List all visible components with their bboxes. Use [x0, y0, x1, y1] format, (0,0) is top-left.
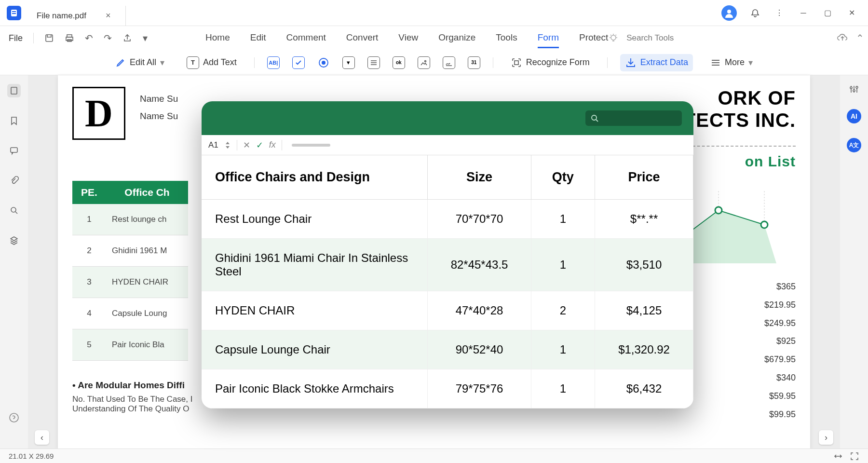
print-icon[interactable] [65, 33, 74, 43]
cell-price[interactable]: $4,125 [595, 291, 693, 330]
comment-panel-icon[interactable] [7, 144, 21, 157]
properties-icon[interactable] [849, 84, 859, 95]
help-icon[interactable] [7, 411, 21, 424]
formula-input[interactable] [292, 144, 330, 147]
date-field-icon[interactable]: 31 [468, 56, 480, 69]
button-field-icon[interactable]: ok [393, 56, 405, 69]
save-icon[interactable] [44, 33, 54, 43]
menu-item-home[interactable]: Home [205, 28, 230, 48]
cell-qty[interactable]: 1 [531, 369, 595, 409]
bell-icon[interactable] [749, 7, 761, 19]
menu-item-organize[interactable]: Organize [438, 28, 475, 48]
file-tab[interactable]: File name.pdf × [28, 6, 126, 26]
page-size: 21.01 X 29.69 [9, 452, 54, 460]
kebab-menu-icon[interactable]: ⋮ [773, 7, 785, 19]
extract-data-button[interactable]: Extract Data [620, 54, 693, 71]
menu-item-edit[interactable]: Edit [250, 28, 266, 48]
cell-size[interactable]: 82*45*43.5 [428, 239, 531, 291]
cell-price[interactable]: $**.** [595, 200, 693, 239]
fx-icon[interactable]: fx [269, 140, 276, 150]
user-avatar[interactable] [721, 5, 737, 21]
undo-icon[interactable]: ↶ [85, 32, 93, 44]
cell-name[interactable]: Capsule Lounge Chair [202, 330, 428, 369]
menu-item-protect[interactable]: Protect [579, 28, 608, 48]
cell-size[interactable]: 90*52*40 [428, 330, 531, 369]
bg-header: PE. [72, 181, 106, 204]
cancel-formula-icon[interactable]: ✕ [243, 140, 250, 150]
tab-close-icon[interactable]: × [106, 11, 111, 21]
fullscreen-icon[interactable] [850, 451, 859, 461]
checkbox-field-icon[interactable] [292, 56, 305, 69]
overlay-search[interactable] [585, 110, 682, 126]
image-field-icon[interactable] [418, 56, 430, 69]
maximize-icon[interactable]: ▢ [822, 7, 833, 19]
table-row[interactable]: Pair Iconic Black Stokke Armchairs79*75*… [202, 369, 693, 409]
table-row: 2Ghidini 1961 M [72, 235, 188, 266]
add-text-button[interactable]: T Add Text [182, 54, 242, 72]
bookmark-icon[interactable] [7, 114, 21, 127]
next-page-button[interactable]: › [819, 430, 833, 445]
cell-name[interactable]: Ghidini 1961 Miami Chair In Stainless St… [202, 239, 428, 291]
cell-size[interactable]: 70*70*70 [428, 200, 531, 239]
thumbnails-icon[interactable] [7, 84, 21, 97]
table-row[interactable]: Ghidini 1961 Miami Chair In Stainless St… [202, 239, 693, 291]
stepper-icon[interactable] [224, 141, 231, 150]
overlay-header-cell[interactable]: Qty [531, 155, 595, 200]
cell-price[interactable]: $3,510 [595, 239, 693, 291]
svg-rect-15 [515, 61, 518, 65]
table-row[interactable]: Rest Lounge Chair70*70*701$**.** [202, 200, 693, 239]
overlay-header-cell[interactable]: Price [595, 155, 693, 200]
svg-rect-4 [46, 35, 53, 41]
close-window-icon[interactable]: ✕ [846, 7, 857, 19]
prev-page-button[interactable]: ‹ [35, 430, 49, 445]
redo-icon[interactable]: ↷ [104, 32, 112, 44]
overlay-header-cell[interactable]: Office Chairs and Design [202, 155, 428, 200]
edit-all-button[interactable]: Edit All ▾ [110, 54, 169, 71]
cell-qty[interactable]: 1 [531, 330, 595, 369]
listbox-field-icon[interactable] [367, 56, 380, 69]
radio-field-icon[interactable] [317, 56, 330, 69]
cell-name[interactable]: Rest Lounge Chair [202, 200, 428, 239]
cell-size[interactable]: 47*40*28 [428, 291, 531, 330]
cell-price[interactable]: $6,432 [595, 369, 693, 409]
cloud-upload-icon[interactable] [837, 32, 848, 44]
attachment-icon[interactable] [7, 174, 21, 187]
lightbulb-icon[interactable] [608, 33, 619, 43]
cell-qty[interactable]: 1 [531, 239, 595, 291]
fit-width-icon[interactable] [833, 451, 843, 461]
svg-point-31 [850, 87, 852, 89]
doc-logo: D [72, 87, 125, 140]
overlay-table: Office Chairs and DesignSizeQtyPrice Res… [202, 155, 693, 409]
dropdown-icon[interactable]: ▾ [143, 32, 148, 44]
ai-badge-icon[interactable]: AI [847, 109, 861, 123]
cell-qty[interactable]: 2 [531, 291, 595, 330]
signature-field-icon[interactable] [443, 56, 455, 69]
accept-formula-icon[interactable]: ✓ [256, 140, 263, 150]
collapse-ribbon-icon[interactable]: ⌃ [856, 32, 864, 44]
menu-item-convert[interactable]: Convert [346, 28, 379, 48]
menu-item-tools[interactable]: Tools [496, 28, 517, 48]
minimize-icon[interactable]: ─ [798, 7, 809, 19]
search-panel-icon[interactable] [7, 204, 21, 217]
translate-badge-icon[interactable]: A文 [847, 138, 861, 152]
menu-item-form[interactable]: Form [538, 28, 559, 48]
more-button[interactable]: More ▾ [705, 54, 758, 71]
cell-name[interactable]: Pair Iconic Black Stokke Armchairs [202, 369, 428, 409]
overlay-header-cell[interactable]: Size [428, 155, 531, 200]
cell-price[interactable]: $1,320.92 [595, 330, 693, 369]
cell-qty[interactable]: 1 [531, 200, 595, 239]
table-row[interactable]: HYDEN CHAIR47*40*282$4,125 [202, 291, 693, 330]
layers-icon[interactable] [7, 233, 21, 247]
menu-item-view[interactable]: View [398, 28, 418, 48]
recognize-form-button[interactable]: Recognize Form [506, 54, 595, 71]
cell-size[interactable]: 79*75*76 [428, 369, 531, 409]
file-menu[interactable]: File [9, 33, 23, 43]
dropdown-field-icon[interactable]: ▾ [342, 56, 355, 69]
table-row[interactable]: Capsule Lounge Chair90*52*401$1,320.92 [202, 330, 693, 369]
cell-name[interactable]: HYDEN CHAIR [202, 291, 428, 330]
search-tools-input[interactable] [626, 33, 694, 43]
price-value: $679.95 [764, 351, 796, 369]
text-field-icon[interactable]: AB| [267, 56, 280, 69]
menu-item-comment[interactable]: Comment [286, 28, 326, 48]
share-icon[interactable] [122, 33, 132, 43]
